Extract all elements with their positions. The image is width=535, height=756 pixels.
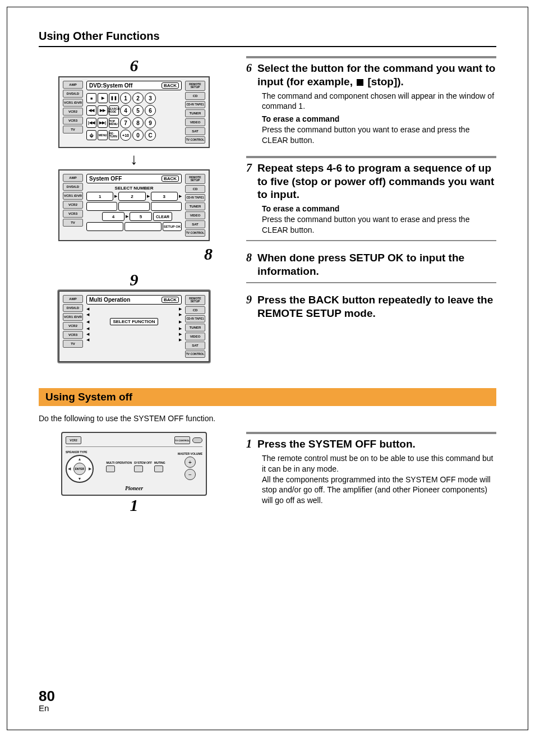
side-button: VCR2: [63, 322, 83, 330]
step-subheading: To erase a command: [262, 114, 496, 125]
side-button: VCR2: [63, 201, 83, 209]
step-body-text: The remote control must be on to be able…: [262, 453, 496, 474]
indicator: VCR2: [66, 436, 81, 444]
remote-diagram-3: AMP DVD/LD VCR1 /DVR VCR2 VCR3 TV Multi …: [58, 291, 210, 362]
fastforward-icon: ▶▶: [98, 105, 108, 116]
clear-button: CLEAR: [153, 212, 172, 221]
seq-slot: [118, 202, 149, 211]
button-label: SYSTEM OFF: [134, 462, 152, 464]
stop-icon: ■: [86, 93, 96, 103]
side-button: TUNER: [185, 109, 205, 117]
seq-slot: 4: [102, 212, 124, 221]
side-button: DVD/LD: [63, 304, 83, 312]
numpad-button: C: [145, 130, 156, 141]
dpad-down-icon: ▼: [78, 477, 82, 481]
step-body-text: All the components programmed into the S…: [262, 474, 496, 506]
dpad-left-icon: ◀: [68, 467, 71, 471]
system-off-button: [134, 465, 143, 472]
manual-page: Using Other Functions 6 AMP DVD/LD VCR1 …: [7, 7, 528, 730]
step-number: 1: [246, 437, 252, 450]
power-icon: ⏻: [86, 130, 96, 140]
pause-icon: ❚❚: [109, 93, 119, 103]
page-number: 80: [39, 689, 55, 703]
arrow-right-icon: [147, 194, 150, 199]
arrow-right-icon: [179, 194, 182, 199]
side-button: TV CONTROL: [185, 229, 205, 237]
callout-6: 6: [39, 56, 229, 75]
back-button: BACK: [162, 82, 179, 89]
side-button: CD: [185, 306, 205, 314]
menu-button: MENU: [98, 130, 108, 140]
numpad-button: +10: [120, 130, 131, 141]
step-number: 6: [246, 62, 252, 74]
muting-button: [154, 465, 163, 472]
side-button: TV CONTROL: [185, 351, 205, 358]
side-button: VCR1 /DVR: [63, 313, 83, 321]
step-title: Press the BACK button repeatedly to leav…: [257, 293, 496, 320]
arrow-down-icon: ↓: [39, 151, 229, 167]
steps-column: 6 Select the button for the command you …: [246, 56, 496, 366]
side-button: TV CONTROL: [185, 136, 205, 144]
indicator: TV CONTROL: [174, 436, 190, 444]
step-body-text: Press the command button you want to era…: [262, 125, 496, 146]
callout-9: 9: [39, 270, 229, 289]
seq-slot: 1: [86, 192, 113, 201]
numpad-button: 4: [120, 105, 131, 116]
step-title: Select the button for the command you wa…: [257, 62, 496, 89]
arrow-right-icon: [179, 307, 182, 311]
side-button: VIDEO: [185, 333, 205, 340]
switch-icon: [192, 437, 202, 443]
page-footer: 80 En: [39, 689, 55, 713]
arrow-left-icon: [86, 312, 89, 317]
side-button: VIDEO: [185, 118, 205, 126]
side-button: REMOTE SETUP: [185, 295, 205, 305]
button-label: MULTI OPERATION: [106, 462, 132, 464]
volume-label: MASTER VOLUME: [178, 452, 202, 455]
side-button: CD-R/ TAPE1: [185, 194, 205, 201]
side-button: DVD/LD: [63, 183, 83, 191]
side-button: AMP: [63, 81, 83, 89]
step-8: 8 When done press SETUP OK to input the …: [246, 251, 496, 284]
arrow-right-icon: [179, 332, 182, 336]
setup-ok-button: SETUP OK: [163, 222, 182, 231]
lcd-screen: DVD:System Off BACK: [86, 81, 182, 90]
return-button: RE- TURN: [109, 130, 119, 140]
volume-up-button: +: [185, 457, 196, 468]
step-body-text: Press the command button you want to era…: [262, 214, 496, 236]
side-button: VIDEO: [185, 211, 205, 219]
arrow-right-icon: [179, 312, 182, 317]
seq-slot: 3: [151, 192, 178, 201]
side-button: SAT: [185, 127, 205, 135]
side-button: SAT: [185, 220, 205, 228]
dpad-enter: ENTER: [73, 463, 86, 475]
volume-down-button: −: [185, 469, 196, 480]
arrow-left-icon: [86, 338, 89, 342]
step-6: 6 Select the button for the command you …: [246, 56, 496, 146]
side-button: VCR3: [63, 117, 83, 125]
side-button: TV: [63, 219, 83, 227]
side-button: CD: [185, 185, 205, 193]
arrow-right-icon: [126, 214, 128, 219]
step-7: 7 Repeat steps 4-6 to program a sequence…: [246, 156, 496, 241]
rewind-icon: ◀◀: [86, 105, 96, 116]
numpad-button: 0: [132, 130, 144, 141]
side-button: TV: [63, 340, 83, 348]
stop-icon: [357, 79, 363, 86]
side-button: CD-R/ TAPE1: [185, 315, 205, 322]
step-title: Repeat steps 4-6 to program a sequence o…: [257, 162, 496, 201]
numpad-button: 3: [145, 93, 156, 104]
lcd-title: DVD:System Off: [89, 82, 132, 89]
side-button: DVD/LD: [63, 90, 83, 98]
step-title: When done press SETUP OK to input the in…: [257, 251, 496, 278]
select-function-label: SELECT FUNCTION: [110, 318, 158, 325]
page-header: Using Other Functions: [39, 30, 496, 47]
arrow-left-icon: [86, 326, 89, 331]
search-mode-button: SEARCH MODE: [109, 105, 119, 116]
numpad-button: 8: [132, 117, 144, 128]
step-number: 9: [246, 293, 252, 306]
step-body-text: The command and component chosen will ap…: [262, 91, 496, 112]
side-button: AMP: [63, 295, 83, 303]
callout-1: 1: [39, 496, 229, 515]
side-button: VCR2: [63, 108, 83, 116]
side-button: VCR3: [63, 210, 83, 218]
